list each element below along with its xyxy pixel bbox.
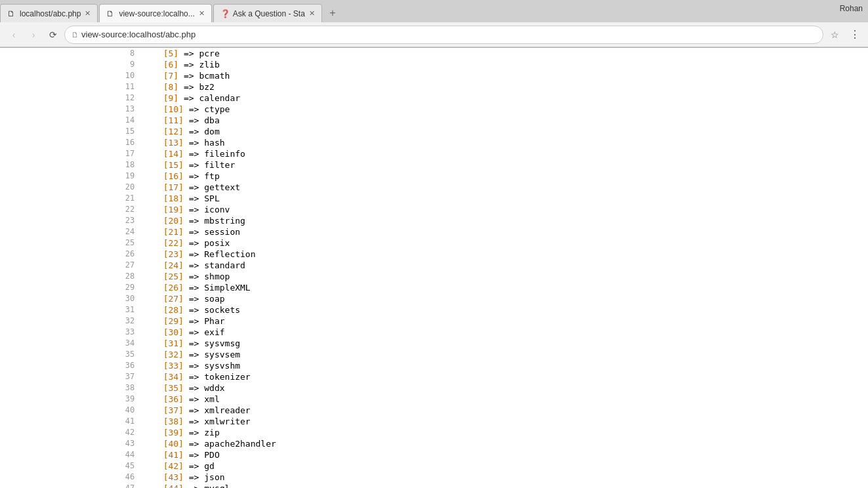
toolbar: ‹ › ⟳ 🗋 ☆ ⋮: [0, 22, 868, 47]
line-number: 44: [0, 449, 142, 460]
table-row: 44 [41] => PDO: [0, 449, 868, 460]
table-row: 20 [17] => gettext: [0, 182, 868, 193]
line-number: 10: [0, 70, 142, 81]
line-number: 18: [0, 159, 142, 171]
line-number: 12: [0, 92, 142, 104]
line-number: 47: [0, 483, 142, 488]
line-number: 11: [0, 81, 142, 92]
line-content: [31] => sysvmsg: [142, 338, 868, 349]
tab2-label: view-source:localho...: [119, 9, 194, 18]
line-content: [16] => ftp: [142, 171, 868, 182]
line-content: [43] => json: [142, 472, 868, 483]
tab1-close[interactable]: ✕: [85, 9, 91, 18]
table-row: 24 [21] => session: [0, 226, 868, 237]
table-row: 39 [36] => xml: [0, 394, 868, 405]
line-content: [18] => SPL: [142, 193, 868, 204]
line-number: 40: [0, 405, 142, 416]
line-content: [11] => dba: [142, 115, 868, 126]
line-content: [21] => session: [142, 226, 868, 237]
back-button[interactable]: ‹: [5, 26, 22, 43]
forward-button[interactable]: ›: [25, 26, 42, 43]
table-row: 27 [24] => standard: [0, 260, 868, 271]
line-number: 25: [0, 237, 142, 249]
table-row: 22 [19] => iconv: [0, 204, 868, 215]
tab3-close[interactable]: ✕: [309, 9, 315, 18]
line-number: 15: [0, 126, 142, 137]
tab-3[interactable]: ❓ Ask a Question - Sta ✕: [213, 4, 322, 22]
line-content: [10] => ctype: [142, 104, 868, 115]
line-content: [33] => sysvshm: [142, 360, 868, 371]
table-row: 11 [8] => bz2: [0, 81, 868, 92]
line-content: [13] => hash: [142, 137, 868, 148]
table-row: 37 [34] => tokenizer: [0, 371, 868, 382]
line-number: 8: [0, 48, 142, 59]
new-tab-button[interactable]: +: [323, 4, 342, 22]
tab2-close[interactable]: ✕: [199, 9, 205, 18]
line-content: [34] => tokenizer: [142, 371, 868, 382]
table-row: 10 [7] => bcmath: [0, 70, 868, 81]
line-content: [42] => gd: [142, 460, 868, 472]
table-row: 42 [39] => zip: [0, 427, 868, 438]
table-row: 41 [38] => xmlwriter: [0, 416, 868, 427]
line-number: 20: [0, 182, 142, 193]
line-number: 39: [0, 394, 142, 405]
line-content: [22] => posix: [142, 237, 868, 249]
line-content: [27] => soap: [142, 293, 868, 304]
line-content: [6] => zlib: [142, 59, 868, 70]
bookmark-button[interactable]: ☆: [826, 26, 843, 43]
line-content: [26] => SimpleXML: [142, 282, 868, 293]
line-content: [7] => bcmath: [142, 70, 868, 81]
line-number: 24: [0, 226, 142, 237]
table-row: 33 [30] => exif: [0, 327, 868, 338]
line-number: 21: [0, 193, 142, 204]
line-content: [32] => sysvsem: [142, 349, 868, 360]
line-content: [12] => dom: [142, 126, 868, 137]
line-content: [17] => gettext: [142, 182, 868, 193]
line-number: 42: [0, 427, 142, 438]
line-content: [29] => Phar: [142, 315, 868, 327]
table-row: 32 [29] => Phar: [0, 315, 868, 327]
line-number: 31: [0, 304, 142, 315]
page-icon: 🗋: [72, 31, 79, 39]
line-number: 43: [0, 438, 142, 449]
line-number: 41: [0, 416, 142, 427]
line-number: 16: [0, 137, 142, 148]
line-number: 19: [0, 171, 142, 182]
line-content: [15] => filter: [142, 159, 868, 171]
reload-button[interactable]: ⟳: [45, 26, 62, 43]
menu-button[interactable]: ⋮: [846, 26, 863, 43]
line-content: [40] => apache2handler: [142, 438, 868, 449]
line-number: 34: [0, 338, 142, 349]
table-row: 29 [26] => SimpleXML: [0, 282, 868, 293]
line-content: [9] => calendar: [142, 92, 868, 104]
line-number: 36: [0, 360, 142, 371]
line-content: [25] => shmop: [142, 271, 868, 282]
table-row: 14 [11] => dba: [0, 115, 868, 126]
table-row: 28 [25] => shmop: [0, 271, 868, 282]
line-content: [41] => PDO: [142, 449, 868, 460]
line-content: [19] => iconv: [142, 204, 868, 215]
line-number: 45: [0, 460, 142, 472]
tab1-label: localhost/abc.php: [20, 9, 81, 18]
line-content: [30] => exif: [142, 327, 868, 338]
table-row: 46 [43] => json: [0, 472, 868, 483]
line-number: 17: [0, 148, 142, 159]
table-row: 17 [14] => fileinfo: [0, 148, 868, 159]
line-number: 28: [0, 271, 142, 282]
tab-2[interactable]: 🗋 view-source:localho... ✕: [99, 4, 211, 22]
line-number: 14: [0, 115, 142, 126]
table-row: 40 [37] => xmlreader: [0, 405, 868, 416]
line-number: 35: [0, 349, 142, 360]
line-number: 38: [0, 382, 142, 394]
line-content: [28] => sockets: [142, 304, 868, 315]
line-number: 9: [0, 59, 142, 70]
table-row: 23 [20] => mbstring: [0, 215, 868, 226]
table-row: 21 [18] => SPL: [0, 193, 868, 204]
line-content: [35] => wddx: [142, 382, 868, 394]
line-number: 22: [0, 204, 142, 215]
address-bar[interactable]: [81, 30, 816, 39]
tab-1[interactable]: 🗋 localhost/abc.php ✕: [0, 4, 98, 22]
table-row: 26 [23] => Reflection: [0, 249, 868, 260]
table-row: 8 [5] => pcre: [0, 48, 868, 59]
line-number: 27: [0, 260, 142, 271]
